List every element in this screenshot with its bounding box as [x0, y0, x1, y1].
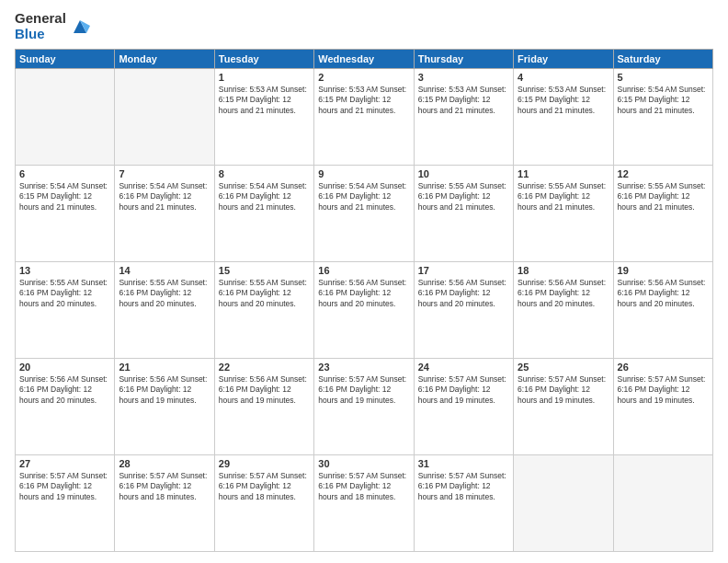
day-info: Sunrise: 5:56 AM Sunset: 6:16 PM Dayligh… [219, 374, 310, 406]
calendar-cell: 27Sunrise: 5:57 AM Sunset: 6:16 PM Dayli… [16, 455, 115, 552]
day-info: Sunrise: 5:55 AM Sunset: 6:16 PM Dayligh… [19, 278, 110, 309]
calendar-cell: 6Sunrise: 5:54 AM Sunset: 6:15 PM Daylig… [16, 166, 115, 262]
calendar-cell: 8Sunrise: 5:54 AM Sunset: 6:16 PM Daylig… [214, 166, 313, 262]
day-info: Sunrise: 5:54 AM Sunset: 6:15 PM Dayligh… [19, 181, 110, 213]
calendar-cell: 20Sunrise: 5:56 AM Sunset: 6:16 PM Dayli… [16, 359, 115, 455]
calendar-cell: 29Sunrise: 5:57 AM Sunset: 6:16 PM Dayli… [214, 455, 313, 552]
calendar-cell: 18Sunrise: 5:56 AM Sunset: 6:16 PM Dayli… [514, 262, 613, 359]
logo-general: General [15, 11, 66, 27]
day-info: Sunrise: 5:54 AM Sunset: 6:16 PM Dayligh… [119, 181, 210, 213]
calendar-week-1: 1Sunrise: 5:53 AM Sunset: 6:15 PM Daylig… [16, 69, 713, 166]
day-info: Sunrise: 5:56 AM Sunset: 6:16 PM Dayligh… [318, 278, 409, 309]
day-info: Sunrise: 5:53 AM Sunset: 6:15 PM Dayligh… [418, 85, 509, 116]
day-number: 14 [119, 265, 210, 276]
day-info: Sunrise: 5:57 AM Sunset: 6:16 PM Dayligh… [19, 471, 110, 502]
day-info: Sunrise: 5:55 AM Sunset: 6:16 PM Dayligh… [418, 181, 509, 213]
day-number: 6 [19, 168, 110, 179]
weekday-header-monday: Monday [115, 50, 214, 69]
day-info: Sunrise: 5:57 AM Sunset: 6:16 PM Dayligh… [418, 374, 509, 406]
weekday-header-friday: Friday [514, 50, 613, 69]
day-info: Sunrise: 5:57 AM Sunset: 6:16 PM Dayligh… [219, 471, 310, 502]
day-number: 20 [19, 362, 110, 373]
calendar-cell: 31Sunrise: 5:57 AM Sunset: 6:16 PM Dayli… [414, 455, 513, 552]
day-number: 4 [518, 72, 609, 83]
day-number: 7 [119, 168, 210, 179]
day-number: 16 [318, 265, 409, 276]
day-number: 22 [219, 362, 310, 373]
logo-blue: Blue [15, 27, 66, 42]
calendar-cell: 28Sunrise: 5:57 AM Sunset: 6:16 PM Dayli… [115, 455, 214, 552]
day-number: 12 [618, 168, 709, 179]
calendar-cell: 3Sunrise: 5:53 AM Sunset: 6:15 PM Daylig… [414, 69, 513, 166]
calendar-cell: 2Sunrise: 5:53 AM Sunset: 6:15 PM Daylig… [314, 69, 414, 166]
day-info: Sunrise: 5:57 AM Sunset: 6:16 PM Dayligh… [119, 471, 210, 502]
day-info: Sunrise: 5:57 AM Sunset: 6:16 PM Dayligh… [318, 374, 409, 406]
day-number: 25 [518, 362, 609, 373]
calendar-cell: 30Sunrise: 5:57 AM Sunset: 6:16 PM Dayli… [314, 455, 414, 552]
weekday-header-thursday: Thursday [414, 50, 513, 69]
day-number: 9 [318, 168, 409, 179]
calendar-cell: 10Sunrise: 5:55 AM Sunset: 6:16 PM Dayli… [414, 166, 513, 262]
calendar-cell: 4Sunrise: 5:53 AM Sunset: 6:15 PM Daylig… [514, 69, 613, 166]
calendar-cell: 16Sunrise: 5:56 AM Sunset: 6:16 PM Dayli… [314, 262, 414, 359]
logo-icon [70, 17, 90, 37]
calendar-week-4: 20Sunrise: 5:56 AM Sunset: 6:16 PM Dayli… [16, 359, 713, 455]
calendar-week-3: 13Sunrise: 5:55 AM Sunset: 6:16 PM Dayli… [16, 262, 713, 359]
weekday-header-wednesday: Wednesday [314, 50, 414, 69]
day-info: Sunrise: 5:56 AM Sunset: 6:16 PM Dayligh… [618, 278, 709, 309]
day-info: Sunrise: 5:54 AM Sunset: 6:16 PM Dayligh… [318, 181, 409, 213]
calendar-cell: 14Sunrise: 5:55 AM Sunset: 6:16 PM Dayli… [115, 262, 214, 359]
day-info: Sunrise: 5:54 AM Sunset: 6:16 PM Dayligh… [219, 181, 310, 213]
day-info: Sunrise: 5:53 AM Sunset: 6:15 PM Dayligh… [518, 85, 609, 116]
calendar-cell: 12Sunrise: 5:55 AM Sunset: 6:16 PM Dayli… [613, 166, 712, 262]
calendar-cell: 23Sunrise: 5:57 AM Sunset: 6:16 PM Dayli… [314, 359, 414, 455]
day-number: 30 [318, 458, 409, 469]
day-info: Sunrise: 5:57 AM Sunset: 6:16 PM Dayligh… [318, 471, 409, 502]
day-info: Sunrise: 5:57 AM Sunset: 6:16 PM Dayligh… [418, 471, 509, 502]
page-header: General Blue [15, 11, 713, 41]
day-number: 18 [518, 265, 609, 276]
calendar-cell: 1Sunrise: 5:53 AM Sunset: 6:15 PM Daylig… [214, 69, 313, 166]
day-number: 17 [418, 265, 509, 276]
day-number: 10 [418, 168, 509, 179]
day-number: 11 [518, 168, 609, 179]
weekday-header-sunday: Sunday [16, 50, 115, 69]
calendar-cell: 5Sunrise: 5:54 AM Sunset: 6:15 PM Daylig… [613, 69, 712, 166]
calendar-cell [514, 455, 613, 552]
calendar-cell: 15Sunrise: 5:55 AM Sunset: 6:16 PM Dayli… [214, 262, 313, 359]
day-info: Sunrise: 5:57 AM Sunset: 6:16 PM Dayligh… [518, 374, 609, 406]
weekday-header-saturday: Saturday [613, 50, 712, 69]
day-number: 27 [19, 458, 110, 469]
calendar-cell [16, 69, 115, 166]
day-info: Sunrise: 5:56 AM Sunset: 6:16 PM Dayligh… [19, 374, 110, 406]
calendar-cell: 22Sunrise: 5:56 AM Sunset: 6:16 PM Dayli… [214, 359, 313, 455]
calendar-cell [115, 69, 214, 166]
calendar-cell: 21Sunrise: 5:56 AM Sunset: 6:16 PM Dayli… [115, 359, 214, 455]
calendar-cell [613, 455, 712, 552]
calendar-cell: 13Sunrise: 5:55 AM Sunset: 6:16 PM Dayli… [16, 262, 115, 359]
day-number: 1 [219, 72, 310, 83]
day-number: 2 [318, 72, 409, 83]
calendar-cell: 9Sunrise: 5:54 AM Sunset: 6:16 PM Daylig… [314, 166, 414, 262]
day-number: 31 [418, 458, 509, 469]
calendar-table: SundayMondayTuesdayWednesdayThursdayFrid… [15, 49, 713, 552]
calendar-cell: 7Sunrise: 5:54 AM Sunset: 6:16 PM Daylig… [115, 166, 214, 262]
calendar-week-5: 27Sunrise: 5:57 AM Sunset: 6:16 PM Dayli… [16, 455, 713, 552]
day-number: 26 [618, 362, 709, 373]
day-info: Sunrise: 5:55 AM Sunset: 6:16 PM Dayligh… [618, 181, 709, 213]
day-info: Sunrise: 5:56 AM Sunset: 6:16 PM Dayligh… [518, 278, 609, 309]
day-number: 15 [219, 265, 310, 276]
day-number: 3 [418, 72, 509, 83]
calendar-cell: 24Sunrise: 5:57 AM Sunset: 6:16 PM Dayli… [414, 359, 513, 455]
calendar-cell: 17Sunrise: 5:56 AM Sunset: 6:16 PM Dayli… [414, 262, 513, 359]
calendar-cell: 26Sunrise: 5:57 AM Sunset: 6:16 PM Dayli… [613, 359, 712, 455]
day-info: Sunrise: 5:55 AM Sunset: 6:16 PM Dayligh… [119, 278, 210, 309]
day-number: 29 [219, 458, 310, 469]
day-info: Sunrise: 5:54 AM Sunset: 6:15 PM Dayligh… [618, 85, 709, 116]
day-number: 23 [318, 362, 409, 373]
day-info: Sunrise: 5:53 AM Sunset: 6:15 PM Dayligh… [318, 85, 409, 116]
day-number: 19 [618, 265, 709, 276]
day-info: Sunrise: 5:53 AM Sunset: 6:15 PM Dayligh… [219, 85, 310, 116]
day-info: Sunrise: 5:55 AM Sunset: 6:16 PM Dayligh… [219, 278, 310, 309]
day-number: 24 [418, 362, 509, 373]
